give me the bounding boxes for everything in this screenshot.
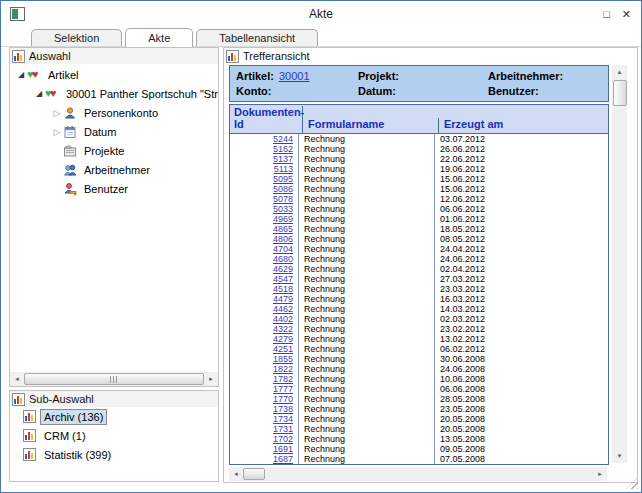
column-header-formularname[interactable]: Formularname — [303, 118, 439, 133]
table-row[interactable]: 4629 Rechnung 02.04.2012 — [230, 264, 608, 274]
subauswahl-item-archiv[interactable]: Archiv (136) — [10, 407, 218, 426]
table-row[interactable]: 5086 Rechnung 15.06.2012 — [230, 184, 608, 194]
table-row[interactable]: 5244 Rechnung 03.07.2012 — [230, 134, 608, 144]
tree-item-projekte[interactable]: Projekte — [10, 141, 218, 160]
document-id-link[interactable]: 5137 — [273, 154, 293, 164]
table-row[interactable]: 4704 Rechnung 24.04.2012 — [230, 244, 608, 254]
table-row[interactable]: 1702 Rechnung 13.05.2008 — [230, 434, 608, 444]
document-id-link[interactable]: 5162 — [273, 144, 293, 154]
subauswahl-item-label[interactable]: Archiv (136) — [40, 409, 107, 425]
document-id-link[interactable]: 4547 — [273, 274, 293, 284]
table-row[interactable]: 5162 Rechnung 26.06.2012 — [230, 144, 608, 154]
table-row[interactable]: 4969 Rechnung 01.06.2012 — [230, 214, 608, 224]
table-row[interactable]: 1734 Rechnung 20.05.2008 — [230, 414, 608, 424]
document-id-link[interactable]: 1687 — [273, 454, 293, 464]
document-id-link[interactable]: 4680 — [273, 254, 293, 264]
maximize-button[interactable]: □ — [603, 1, 610, 27]
document-id-link[interactable]: 4629 — [273, 264, 293, 274]
scroll-right-icon[interactable]: ▸ — [593, 467, 607, 481]
document-id-link[interactable]: 4865 — [273, 224, 293, 234]
document-id-link[interactable]: 5113 — [274, 164, 293, 174]
table-row[interactable]: 4806 Rechnung 08.05.2012 — [230, 234, 608, 244]
expander-expanded-icon[interactable]: ◢ — [15, 70, 27, 79]
scroll-left-icon[interactable]: ◂ — [229, 467, 243, 481]
table-row[interactable]: 1782 Rechnung 10.06.2008 — [230, 374, 608, 384]
table-row[interactable]: 1687 Rechnung 07.05.2008 — [230, 454, 608, 464]
document-id-link[interactable]: 5244 — [273, 134, 293, 144]
document-id-link[interactable]: 4518 — [273, 284, 293, 294]
scroll-right-icon[interactable]: ▸ — [204, 372, 218, 386]
scroll-up-icon[interactable]: ▴ — [612, 65, 627, 79]
document-id-link[interactable]: 5095 — [273, 174, 293, 184]
document-id-link[interactable]: 1734 — [273, 414, 293, 424]
table-row[interactable]: 5095 Rechnung 15.06.2012 — [230, 174, 608, 184]
table-row[interactable]: 4462 Rechnung 14.03.2012 — [230, 304, 608, 314]
expander-collapsed-icon[interactable]: ▷ — [51, 127, 63, 137]
document-id-link[interactable]: 1822 — [273, 364, 293, 374]
document-id-link[interactable]: 4279 — [273, 334, 293, 344]
document-id-link[interactable]: 4969 — [273, 214, 293, 224]
tree-item-artikel-30001[interactable]: ◢ ♥♥ 30001 Panther Sportschuh "Streetbal… — [10, 84, 218, 103]
table-row[interactable]: 4479 Rechnung 16.03.2012 — [230, 294, 608, 304]
tree-item-label[interactable]: Projekte — [82, 145, 126, 157]
table-row[interactable]: 1770 Rechnung 28.05.2008 — [230, 394, 608, 404]
column-header-erzeugt-am[interactable]: Erzeugt am — [439, 118, 608, 133]
tree-item-label[interactable]: Arbeitnehmer — [82, 164, 152, 176]
document-id-link[interactable]: 1770 — [273, 394, 293, 404]
expander-expanded-icon[interactable]: ◢ — [33, 89, 45, 98]
table-row[interactable]: 1691 Rechnung 09.05.2008 — [230, 444, 608, 454]
column-header-dokumenten-id[interactable]: Dokumenten-Id — [230, 106, 303, 133]
document-id-link[interactable]: 1731 — [273, 424, 293, 434]
close-button[interactable]: ✕ — [622, 1, 631, 27]
subauswahl-item-label[interactable]: CRM (1) — [40, 428, 90, 444]
document-id-link[interactable]: 5078 — [273, 194, 293, 204]
treffer-vertical-scrollbar[interactable]: ▴ ▾ — [612, 65, 627, 463]
table-row[interactable]: 5137 Rechnung 22.06.2012 — [230, 154, 608, 164]
document-id-link[interactable]: 4251 — [273, 344, 293, 354]
table-row[interactable]: 4547 Rechnung 27.03.2012 — [230, 274, 608, 284]
tree-item-benutzer[interactable]: Benutzer — [10, 179, 218, 198]
table-row[interactable]: 4251 Rechnung 06.02.2012 — [230, 344, 608, 354]
tab-tabellenansicht[interactable]: Tabellenansicht — [196, 29, 318, 46]
document-id-link[interactable]: 1691 — [273, 444, 293, 454]
scrollbar-thumb[interactable] — [24, 373, 204, 385]
document-id-link[interactable]: 4479 — [273, 294, 293, 304]
tree-item-artikel[interactable]: ◢ ♥♥ Artikel — [10, 65, 218, 84]
scroll-down-icon[interactable]: ▾ — [612, 449, 627, 463]
document-id-link[interactable]: 4806 — [273, 234, 293, 244]
subauswahl-item-statistik[interactable]: Statistik (399) — [10, 445, 218, 464]
document-id-link[interactable]: 4322 — [273, 324, 293, 334]
document-id-link[interactable]: 4462 — [273, 304, 293, 314]
tab-akte[interactable]: Akte — [125, 28, 193, 47]
table-row[interactable]: 1777 Rechnung 06.06.2008 — [230, 384, 608, 394]
table-row[interactable]: 5113 Rechnung 19.06.2012 — [230, 164, 608, 174]
document-id-link[interactable]: 5086 — [273, 184, 293, 194]
document-id-link[interactable]: 4402 — [273, 314, 293, 324]
table-row[interactable]: 4279 Rechnung 13.02.2012 — [230, 334, 608, 344]
table-row[interactable]: 4518 Rechnung 23.03.2012 — [230, 284, 608, 294]
table-row[interactable]: 4322 Rechnung 23.02.2012 — [230, 324, 608, 334]
tree-item-label[interactable]: Datum — [82, 126, 118, 138]
table-row[interactable]: 5078 Rechnung 12.06.2012 — [230, 194, 608, 204]
document-id-link[interactable]: 5033 — [273, 204, 293, 214]
table-row[interactable]: 5033 Rechnung 06.06.2012 — [230, 204, 608, 214]
tree-item-datum[interactable]: ▷ Datum — [10, 122, 218, 141]
subauswahl-item-crm[interactable]: CRM (1) — [10, 426, 218, 445]
expander-collapsed-icon[interactable]: ▷ — [51, 108, 63, 118]
scroll-left-icon[interactable]: ◂ — [10, 372, 24, 386]
table-row[interactable]: 4680 Rechnung 24.06.2012 — [230, 254, 608, 264]
table-row[interactable]: 1822 Rechnung 24.06.2008 — [230, 364, 608, 374]
document-id-link[interactable]: 1738 — [273, 404, 293, 414]
document-id-link[interactable]: 1702 — [273, 434, 293, 444]
document-id-link[interactable]: 1855 — [273, 354, 293, 364]
tab-selektion[interactable]: Selektion — [31, 29, 122, 46]
table-row[interactable]: 1855 Rechnung 30.06.2008 — [230, 354, 608, 364]
tree-item-label[interactable]: Personenkonto — [82, 107, 160, 119]
table-row[interactable]: 4402 Rechnung 02.03.2012 — [230, 314, 608, 324]
auswahl-horizontal-scrollbar[interactable]: ◂ ▸ — [10, 372, 218, 386]
table-row[interactable]: 4865 Rechnung 18.05.2012 — [230, 224, 608, 234]
tree-item-label[interactable]: Artikel — [46, 69, 81, 81]
subauswahl-item-label[interactable]: Statistik (399) — [40, 447, 115, 463]
document-id-link[interactable]: 1782 — [273, 374, 293, 384]
tree-item-label[interactable]: 30001 Panther Sportschuh "Streetball" (5… — [64, 88, 218, 100]
